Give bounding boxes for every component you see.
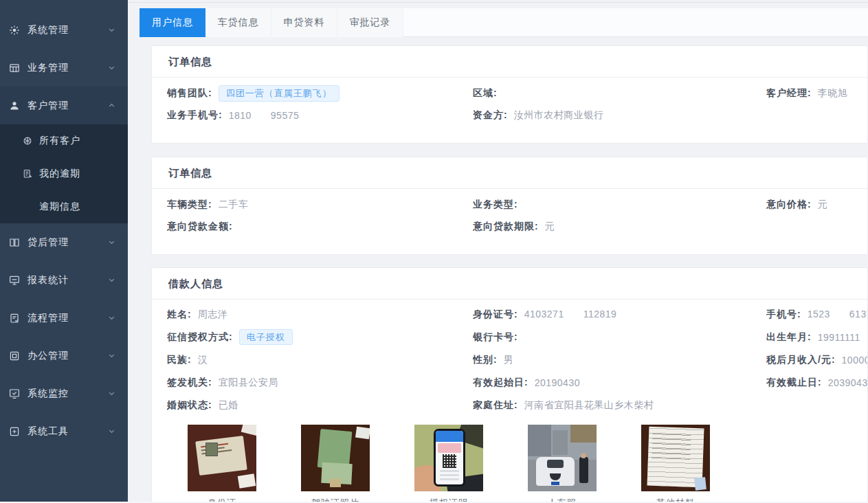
field-business-phone: 业务手机号: 181095575 [167, 109, 473, 122]
sidebar-item-label: 系统工具 [27, 425, 108, 438]
field-value: 20390430 [828, 377, 867, 388]
borrower-info-card: 借款人信息 姓名: 周志洋 身份证号: 4103271112819 手机号: 1… [151, 267, 868, 503]
field-intent-loan-amount: 意向贷款金额: [167, 221, 473, 233]
square-icon [9, 350, 20, 361]
id-card-photo-thumbnail[interactable] [188, 425, 256, 491]
field-value: 男 [504, 354, 514, 366]
sidebar-item-label: 报表统计 [27, 274, 108, 287]
chevron-down-icon [108, 26, 115, 34]
field-label: 出生年月: [766, 331, 812, 344]
gear-icon [9, 25, 20, 36]
field-label: 车辆类型: [167, 199, 212, 211]
field-ethnicity: 民族: 汉 [167, 354, 473, 366]
sidebar-item-system-management[interactable]: 系统管理 [0, 11, 128, 49]
field-value: 宜阳县公安局 [219, 377, 278, 389]
notebook-icon [23, 169, 32, 179]
field-home-address: 家庭住址: 河南省宜阳县花果山乡木柴村 [473, 399, 766, 412]
field-label: 有效截止日: [766, 377, 822, 389]
photo-item: 其他材料 [641, 425, 710, 503]
field-business-type: 业务类型: [473, 199, 766, 211]
field-label: 婚姻状态: [167, 399, 212, 412]
sidebar-item-business-management[interactable]: 业务管理 [0, 49, 128, 87]
field-label: 意向贷款期限: [473, 221, 539, 233]
field-label: 区域: [473, 87, 498, 100]
field-label: 销售团队: [167, 87, 212, 100]
field-value: 周志洋 [198, 309, 228, 321]
field-monthly-income: 税后月收入/元: 10000 [766, 354, 867, 366]
field-label: 家庭住址: [473, 399, 518, 412]
tab-car-loan-info[interactable]: 车贷信息 [205, 8, 271, 37]
field-label: 签发机关: [167, 377, 212, 389]
redaction-patch [252, 111, 270, 121]
sidebar-item-system-monitor[interactable]: 系统监控 [0, 375, 128, 412]
document-photo-row: 身份证 驾驶证照片 [188, 425, 867, 503]
field-marital-status: 婚姻状态: 已婚 [167, 399, 473, 412]
field-value: 15236137 [808, 309, 867, 320]
globe-icon [23, 136, 32, 146]
field-name: 姓名: 周志洋 [167, 309, 473, 321]
book-icon [9, 237, 20, 248]
field-label: 民族: [167, 354, 192, 366]
field-funder: 资金方: 汝州市农村商业银行 [473, 109, 766, 122]
sidebar: 系统管理 业务管理 客户管理 所有客户 我的逾期 逾期信息 [0, 0, 128, 503]
chevron-down-icon [108, 352, 115, 359]
person-car-photo-thumbnail[interactable] [528, 425, 597, 491]
card-title: 订单信息 [152, 46, 867, 78]
sidebar-item-overdue-info[interactable]: 逾期信息 [0, 190, 128, 223]
field-label: 意向贷款金额: [167, 221, 233, 233]
chevron-up-icon [108, 102, 115, 109]
field-account-manager: 客户经理: 李晓旭 [766, 87, 867, 100]
field-value: 19911111 [818, 332, 860, 343]
field-value: 汉 [198, 354, 208, 366]
sidebar-item-label: 办公管理 [27, 350, 108, 362]
tab-user-info[interactable]: 用户信息 [140, 8, 205, 37]
field-value: 汝州市农村商业银行 [514, 109, 604, 122]
field-label: 客户经理: [766, 87, 812, 100]
field-region: 区域: [473, 87, 766, 100]
field-value: 元 [545, 221, 555, 233]
field-credit-auth-method: 征信授权方式: 电子授权 [167, 329, 473, 346]
field-value: 已婚 [219, 399, 238, 412]
monitor-check-icon [9, 388, 20, 399]
field-value: 李晓旭 [818, 87, 848, 100]
field-sales-team: 销售团队: 四团一营（直属王鹏飞） [167, 85, 473, 102]
field-label: 业务类型: [473, 199, 518, 211]
card-title: 借款人信息 [152, 268, 867, 300]
phone-qr-photo-thumbnail[interactable] [414, 425, 483, 491]
sidebar-item-system-tools[interactable]: 系统工具 [0, 412, 128, 450]
green-booklet-photo-thumbnail[interactable] [301, 425, 370, 491]
field-bank-card: 银行卡号: [473, 331, 766, 344]
photo-item: 人车照 [528, 425, 597, 503]
sidebar-item-office-management[interactable]: 办公管理 [0, 337, 128, 375]
field-label: 征信授权方式: [167, 331, 233, 344]
redaction-patch [831, 311, 849, 320]
credit-auth-tag[interactable]: 电子授权 [239, 329, 293, 346]
document-photo-thumbnail[interactable] [641, 425, 710, 491]
field-label: 银行卡号: [473, 331, 518, 344]
sidebar-item-label: 客户管理 [27, 100, 108, 112]
sidebar-item-report-statistics[interactable]: 报表统计 [0, 261, 128, 299]
field-issuing-authority: 签发机关: 宜阳县公安局 [167, 377, 473, 389]
tab-loan-application-materials[interactable]: 申贷资料 [271, 8, 337, 37]
field-vehicle-type: 车辆类型: 二手车 [167, 199, 473, 211]
sidebar-item-label: 业务管理 [27, 62, 108, 74]
field-gender: 性别: 男 [473, 354, 766, 366]
card-title: 订单信息 [152, 157, 867, 189]
monitor-icon [9, 275, 20, 286]
sales-team-tag[interactable]: 四团一营（直属王鹏飞） [219, 85, 340, 102]
sidebar-item-process-management[interactable]: 流程管理 [0, 299, 128, 337]
sidebar-item-all-customers[interactable]: 所有客户 [0, 124, 128, 157]
sidebar-item-customer-management[interactable]: 客户管理 [0, 87, 128, 124]
field-label: 资金方: [473, 109, 508, 122]
photo-item: 授权证明 [414, 425, 483, 503]
sidebar-item-post-loan-management[interactable]: 贷后管理 [0, 223, 128, 261]
tab-approval-records[interactable]: 审批记录 [337, 8, 403, 37]
field-valid-to: 有效截止日: 20390430 [766, 377, 867, 389]
sidebar-item-label: 系统管理 [27, 24, 108, 36]
field-intent-price: 意向价格: 元 [766, 199, 867, 211]
field-label: 税后月收入/元: [766, 354, 836, 366]
sidebar-item-my-overdue[interactable]: 我的逾期 [0, 157, 128, 190]
field-label: 意向价格: [766, 199, 812, 211]
field-valid-from: 有效起始日: 20190430 [473, 377, 766, 389]
field-label: 业务手机号: [167, 109, 223, 122]
